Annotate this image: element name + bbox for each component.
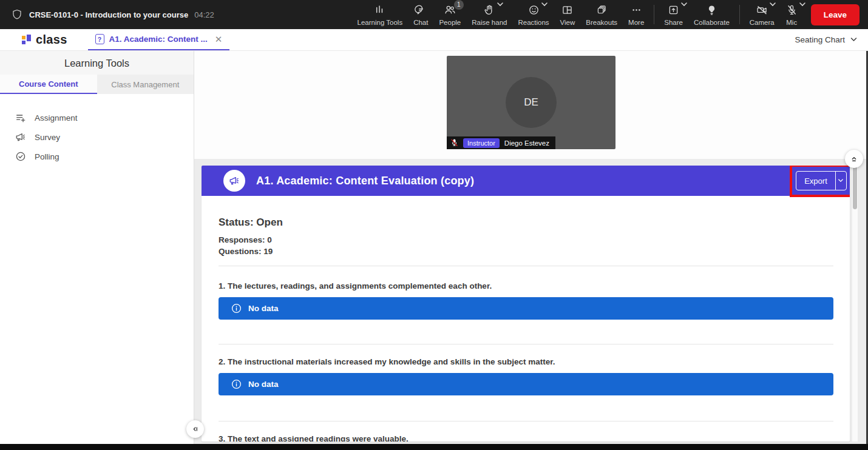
learning-tools-sidebar: Learning Tools Course Content Class Mana… xyxy=(0,51,194,444)
question-label: 3. The text and assigned readings were v… xyxy=(219,434,833,442)
sidebar-tabs: Course Content Class Management xyxy=(0,75,194,94)
participant-name: Diego Estevez xyxy=(504,139,549,147)
instructor-badge: Instructor xyxy=(463,138,500,148)
breakouts-button[interactable]: Breakouts xyxy=(580,2,623,27)
tab-close-icon[interactable]: ✕ xyxy=(215,35,223,44)
session-title: CRSE-0101-0 - Introduction to your cours… xyxy=(29,10,188,19)
more-button[interactable]: More xyxy=(623,2,649,27)
share-screen-icon xyxy=(667,4,680,16)
collapse-panel-up-button[interactable] xyxy=(845,150,863,168)
chevron-down-icon xyxy=(838,179,843,183)
class-logo-icon xyxy=(22,35,32,45)
scrollbar-thumb[interactable] xyxy=(853,165,857,209)
people-count-badge: 1 xyxy=(454,0,464,10)
info-icon xyxy=(231,303,242,314)
survey-results-panel: A1. Academic: Content Evaluation (copy) … xyxy=(202,166,850,442)
question-label: 2. The instructional materials increased… xyxy=(219,357,833,366)
bars-icon xyxy=(373,4,386,16)
eject-icon xyxy=(849,154,859,164)
survey-title: A1. Academic: Content Evaluation (copy) xyxy=(256,175,474,187)
meeting-toolbar: Learning Tools Chat 1 People Raise hand xyxy=(352,2,860,27)
video-tile[interactable]: DE Instructor Diego Estevez xyxy=(447,56,615,149)
chevron-down-icon xyxy=(681,2,687,7)
megaphone-icon xyxy=(229,175,240,186)
sidebar-item-polling[interactable]: Polling xyxy=(0,147,194,166)
lightbulb-icon xyxy=(705,4,718,16)
sidebar-title: Learning Tools xyxy=(0,51,194,75)
tab-course-content[interactable]: Course Content xyxy=(0,75,97,94)
survey-status: Status: Open xyxy=(219,217,833,229)
toolbar-separator xyxy=(654,5,654,24)
raise-hand-button[interactable]: Raise hand xyxy=(466,2,512,27)
camera-button[interactable]: Camera xyxy=(744,2,780,27)
tab-class-management[interactable]: Class Management xyxy=(97,75,194,94)
export-split-button: Export xyxy=(796,171,847,190)
session-timer: 04:22 xyxy=(194,10,214,19)
reactions-button[interactable]: Reactions xyxy=(512,2,554,27)
tab-label: A1. Academic: Content ... xyxy=(109,35,208,44)
stacked-squares-icon xyxy=(595,4,608,16)
meeting-topbar: CRSE-0101-0 - Introduction to your cours… xyxy=(0,0,868,29)
chevron-down-icon xyxy=(799,2,805,7)
chevron-down-icon xyxy=(497,2,503,7)
video-stage: DE Instructor Diego Estevez xyxy=(194,51,868,159)
sidebar-item-survey[interactable]: Survey xyxy=(0,127,194,147)
camera-off-icon xyxy=(756,4,768,16)
survey-panel-header: A1. Academic: Content Evaluation (copy) … xyxy=(202,166,850,196)
no-data-banner: No data xyxy=(219,297,833,320)
mic-button[interactable]: Mic xyxy=(780,2,804,27)
sidebar-item-assignment[interactable]: Assignment xyxy=(0,108,194,127)
red-highlight-annotation: Export xyxy=(790,166,850,197)
chevron-left-bar-icon xyxy=(191,425,200,434)
participant-namebar: Instructor Diego Estevez xyxy=(447,136,555,149)
mic-off-icon xyxy=(785,4,798,16)
session-info: CRSE-0101-0 - Introduction to your cours… xyxy=(11,8,214,21)
survey-panel-body: Status: Open Responses: 0 Questions: 19 … xyxy=(202,196,850,442)
hand-icon xyxy=(483,4,496,16)
sidebar-item-list: Assignment Survey Polling xyxy=(0,94,194,166)
ellipsis-icon xyxy=(630,4,643,16)
quiz-doc-icon xyxy=(95,34,104,44)
share-button[interactable]: Share xyxy=(659,2,688,27)
export-button[interactable]: Export xyxy=(796,172,835,190)
collaborate-button[interactable]: Collaborate xyxy=(688,2,735,27)
divider xyxy=(219,421,833,421)
divider xyxy=(219,344,833,344)
survey-responses: Responses: 0 xyxy=(219,235,833,244)
mic-muted-icon xyxy=(450,139,458,147)
survey-header-icon xyxy=(223,170,245,192)
chat-button[interactable]: Chat xyxy=(408,2,433,27)
info-icon xyxy=(231,379,242,389)
people-button[interactable]: 1 People xyxy=(433,2,466,27)
leave-button[interactable]: Leave xyxy=(811,4,860,25)
chevron-down-icon xyxy=(850,38,857,42)
panel-region: A1. Academic: Content Evaluation (copy) … xyxy=(194,159,868,444)
assignment-icon xyxy=(15,112,26,123)
collapse-sidebar-button[interactable] xyxy=(186,420,204,438)
smiley-icon xyxy=(527,4,540,16)
shield-icon xyxy=(11,8,23,21)
class-logo: class xyxy=(22,29,67,50)
layout-grid-icon xyxy=(561,4,574,16)
divider xyxy=(219,266,833,266)
survey-questions-count: Questions: 19 xyxy=(219,247,833,256)
no-data-banner: No data xyxy=(219,373,833,395)
megaphone-icon xyxy=(15,132,26,143)
survey-document-tab[interactable]: A1. Academic: Content ... ✕ xyxy=(88,29,230,50)
learning-tools-button[interactable]: Learning Tools xyxy=(352,2,409,27)
window-bottom-bar xyxy=(0,444,868,450)
export-dropdown-button[interactable] xyxy=(835,172,846,190)
chevron-down-icon xyxy=(770,2,776,7)
question-label: 1. The lectures, readings, and assignmen… xyxy=(219,281,833,290)
participant-avatar: DE xyxy=(506,77,557,128)
chevron-down-icon xyxy=(541,2,548,7)
main-area: DE Instructor Diego Estevez A1. Academic… xyxy=(194,51,868,444)
class-logo-text: class xyxy=(36,33,67,47)
check-circle-icon xyxy=(15,151,26,162)
view-button[interactable]: View xyxy=(555,2,581,27)
toolbar-separator xyxy=(739,5,740,24)
chat-bubble-icon xyxy=(415,4,427,16)
app-tabbar: class A1. Academic: Content ... ✕ Seatin… xyxy=(0,29,868,51)
seating-chart-dropdown[interactable]: Seating Chart xyxy=(795,29,857,50)
